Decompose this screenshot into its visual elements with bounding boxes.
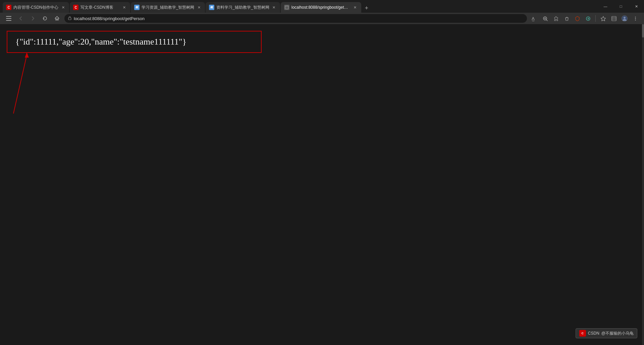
new-tab-button[interactable]: + (362, 3, 371, 13)
scroll-thumb (642, 24, 644, 38)
tab-favicon-study2: 树 (209, 5, 214, 10)
watermark-logo: C (579, 330, 586, 337)
tab-close-csdn-manage[interactable]: ✕ (60, 5, 66, 10)
forward-button[interactable] (28, 14, 38, 23)
watermark-username: @不服输的小乌龟 (601, 331, 634, 336)
browser-chrome: C 内容管理-CSDN创作中心 ✕ C 写文章-CSDN博客 ✕ 树 学习资源_… (0, 0, 644, 24)
shield-button[interactable] (573, 14, 582, 23)
shopping-button[interactable] (562, 14, 571, 23)
tab-label-csdn-write: 写文章-CSDN博客 (80, 5, 119, 10)
svg-line-8 (546, 19, 547, 21)
tab-bar: C 内容管理-CSDN创作中心 ✕ C 写文章-CSDN博客 ✕ 树 学习资源_… (0, 0, 644, 13)
svg-rect-13 (612, 16, 616, 21)
minimize-button[interactable]: — (598, 1, 613, 12)
collections-button[interactable] (609, 14, 619, 23)
extensions-button[interactable] (551, 14, 560, 23)
nav-divider (595, 15, 596, 22)
tab-favicon-localhost (284, 5, 289, 10)
home-button[interactable] (52, 14, 62, 23)
tab-localhost[interactable]: localhost:8088/springboot/getPe... ✕ (281, 2, 361, 13)
tab-close-study2[interactable]: ✕ (271, 5, 277, 10)
scroll-indicator[interactable] (642, 24, 644, 345)
tab-csdn-manage[interactable]: C 内容管理-CSDN创作中心 ✕ (3, 2, 69, 13)
json-response-text: {"id":11111,"age":20,"name":"testname111… (15, 37, 186, 47)
profile-avatar[interactable] (620, 14, 629, 23)
tab-close-csdn-write[interactable]: ✕ (121, 5, 127, 10)
watermark-text: CSDN (588, 331, 599, 336)
tab-label-study2: 资料学习_辅助教学_智慧树网 (216, 5, 269, 10)
svg-point-20 (635, 19, 636, 20)
more-button[interactable] (631, 14, 640, 23)
address-text: localhost:8088/springboot/getPerson (74, 16, 524, 21)
svg-point-17 (624, 17, 626, 19)
favorites-button[interactable] (598, 14, 608, 23)
svg-point-18 (635, 16, 636, 17)
svg-line-21 (13, 55, 27, 114)
svg-text:A̲: A̲ (532, 16, 535, 21)
read-aloud-button[interactable]: A̲ (530, 14, 539, 23)
svg-point-19 (635, 18, 636, 19)
tab-close-study1[interactable]: ✕ (196, 5, 202, 10)
sidebar-toggle-button[interactable] (4, 14, 13, 23)
svg-rect-0 (285, 6, 288, 9)
tab-label-localhost: localhost:8088/springboot/getPe... (291, 5, 351, 10)
content-area: {"id":11111,"age":20,"name":"testname111… (0, 24, 644, 345)
maximize-button[interactable]: □ (613, 1, 629, 12)
tab-study2[interactable]: 树 资料学习_辅助教学_智慧树网 ✕ (206, 2, 280, 13)
tab-close-localhost[interactable]: ✕ (353, 5, 358, 10)
annotation-arrow (10, 52, 37, 125)
security-icon (68, 16, 72, 21)
close-button[interactable]: ✕ (629, 1, 644, 12)
tab-label-csdn-manage: 内容管理-CSDN创作中心 (13, 5, 58, 10)
svg-rect-3 (6, 18, 11, 19)
address-bar[interactable]: localhost:8088/springboot/getPerson (64, 14, 527, 23)
watermark: C CSDN @不服输的小乌龟 (576, 328, 637, 338)
tab-study1[interactable]: 树 学习资源_辅助教学_智慧树网 ✕ (131, 2, 205, 13)
tab-favicon-csdn-write: C (73, 5, 78, 10)
nav-bar: localhost:8088/springboot/getPerson A̲ (0, 13, 644, 24)
tab-favicon-study1: 树 (134, 5, 140, 10)
window-controls: — □ ✕ (598, 0, 644, 13)
svg-marker-12 (601, 16, 605, 21)
nav-actions: A̲ (530, 14, 640, 23)
svg-marker-22 (25, 52, 29, 58)
tab-csdn-write[interactable]: C 写文章-CSDN博客 ✕ (70, 2, 130, 13)
svg-rect-2 (6, 16, 11, 17)
json-response-box: {"id":11111,"age":20,"name":"testname111… (7, 31, 262, 53)
update-button[interactable] (583, 14, 593, 23)
refresh-button[interactable] (40, 14, 50, 23)
svg-rect-5 (68, 18, 71, 20)
tab-favicon-csdn-manage: C (6, 5, 11, 10)
tab-label-study1: 学习资源_辅助教学_智慧树网 (142, 5, 194, 10)
svg-rect-4 (6, 20, 11, 21)
zoom-button[interactable] (540, 14, 550, 23)
back-button[interactable] (16, 14, 25, 23)
